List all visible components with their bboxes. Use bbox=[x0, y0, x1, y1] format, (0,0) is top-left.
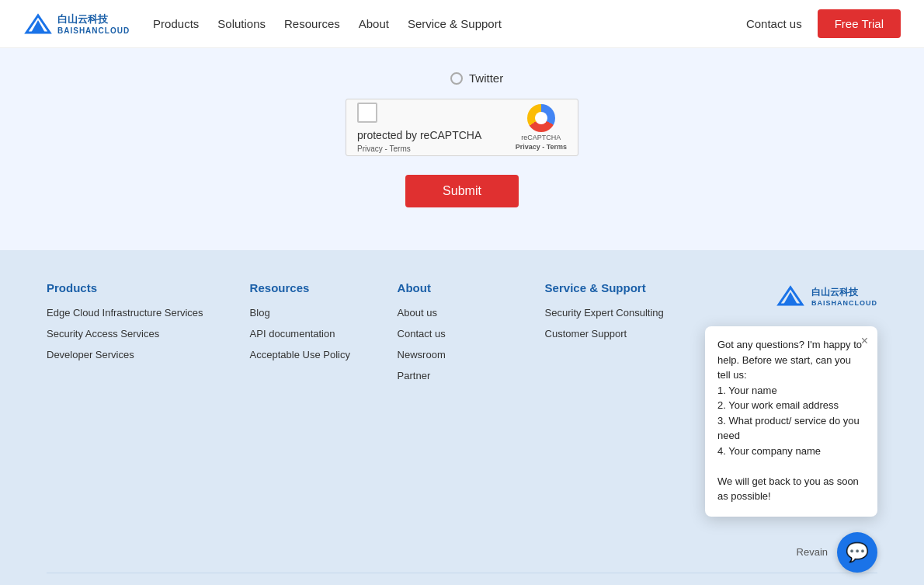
footer-products-item-1[interactable]: Security Access Services bbox=[47, 328, 203, 340]
footer-service-title: Service & Support bbox=[545, 281, 664, 294]
recaptcha-left: protected by reCAPTCHA Privacy - Terms bbox=[357, 103, 481, 153]
nav-products[interactable]: Products bbox=[153, 14, 199, 33]
revain-label: Revain bbox=[797, 546, 828, 558]
footer-products-item-2[interactable]: Developer Services bbox=[47, 349, 203, 360]
footer-about-item-0[interactable]: About us bbox=[398, 307, 498, 319]
chat-popup: × Got any questions? I'm happy to help. … bbox=[705, 326, 877, 517]
certifications-row: 可信云 TRUCS CDN内容分发网络 DJCP 🔒GDPR I bbox=[47, 573, 877, 586]
footer-resources-item-2[interactable]: Acceptable Use Policy bbox=[250, 349, 351, 360]
logo-en: BAISHANCLOUD bbox=[57, 26, 130, 35]
recaptcha-logo-inner bbox=[535, 112, 547, 124]
chat-message: Got any questions? I'm happy to help. Be… bbox=[717, 337, 865, 504]
recaptcha-checkbox[interactable] bbox=[357, 103, 377, 123]
chat-close-button[interactable]: × bbox=[861, 334, 868, 348]
footer-service-item-1[interactable]: Customer Support bbox=[545, 328, 664, 340]
footer-service-item-0[interactable]: Security Expert Consulting bbox=[545, 307, 664, 319]
footer-products-item-0[interactable]: Edge Cloud Infrastructure Services bbox=[47, 307, 203, 319]
recaptcha-logo: reCAPTCHA Privacy - Terms bbox=[516, 104, 567, 151]
recaptcha-logo-icon bbox=[527, 104, 555, 132]
footer-resources-item-1[interactable]: API documentation bbox=[250, 328, 351, 340]
navbar: 白山云科技 BAISHANCLOUD Products Solutions Re… bbox=[0, 0, 924, 48]
chat-bubble-row: Revain 💬 bbox=[797, 532, 877, 573]
twitter-row: Twitter bbox=[450, 71, 503, 85]
footer-col-service: Service & Support Security Expert Consul… bbox=[545, 281, 664, 541]
navbar-left: 白山云科技 BAISHANCLOUD Products Solutions Re… bbox=[23, 9, 502, 39]
logo-text: 白山云科技 BAISHANCLOUD bbox=[57, 12, 130, 35]
chat-icon: 💬 bbox=[846, 541, 869, 563]
footer-col-products: Products Edge Cloud Infrastructure Servi… bbox=[47, 281, 203, 541]
footer-logo-icon bbox=[776, 281, 805, 311]
recaptcha-links: Privacy - Terms bbox=[357, 145, 481, 153]
logo-icon bbox=[23, 9, 53, 39]
footer-about-item-2[interactable]: Newsroom bbox=[398, 349, 498, 360]
nav-about[interactable]: About bbox=[359, 14, 389, 33]
nav-solutions[interactable]: Solutions bbox=[217, 14, 266, 33]
recaptcha-box[interactable]: protected by reCAPTCHA Privacy - Terms r… bbox=[346, 99, 578, 156]
footer: Products Edge Cloud Infrastructure Servi… bbox=[0, 250, 924, 585]
footer-about-title: About bbox=[398, 281, 498, 294]
footer-logo-en: BAISHANCLOUD bbox=[811, 299, 877, 307]
contact-us-link[interactable]: Contact us bbox=[746, 17, 802, 30]
footer-about-item-1[interactable]: Contact us bbox=[398, 328, 498, 340]
footer-right: 白山云科技 BAISHANCLOUD × Got any questions? … bbox=[705, 281, 877, 573]
logo-cn: 白山云科技 bbox=[57, 12, 130, 26]
free-trial-button[interactable]: Free Trial bbox=[818, 9, 901, 38]
chat-bubble-button[interactable]: 💬 bbox=[837, 532, 877, 573]
twitter-label: Twitter bbox=[469, 71, 503, 85]
main-content: Twitter protected by reCAPTCHA Privacy -… bbox=[0, 48, 924, 250]
footer-about-item-3[interactable]: Partner bbox=[398, 370, 498, 381]
footer-main: Products Edge Cloud Infrastructure Servi… bbox=[47, 281, 877, 573]
submit-button[interactable]: Submit bbox=[405, 175, 519, 207]
footer-columns: Products Edge Cloud Infrastructure Servi… bbox=[47, 281, 664, 541]
nav-service-support[interactable]: Service & Support bbox=[408, 14, 502, 33]
recaptcha-brand-name: Privacy - Terms bbox=[516, 143, 567, 151]
footer-col-resources: Resources Blog API documentation Accepta… bbox=[250, 281, 351, 541]
twitter-radio[interactable] bbox=[450, 72, 463, 85]
logo[interactable]: 白山云科技 BAISHANCLOUD bbox=[23, 9, 130, 39]
footer-logo-cn: 白山云科技 bbox=[811, 286, 877, 299]
footer-products-title: Products bbox=[47, 281, 203, 294]
footer-resources-title: Resources bbox=[250, 281, 351, 294]
recaptcha-text: protected by reCAPTCHA bbox=[357, 129, 481, 141]
recaptcha-brand: reCAPTCHA bbox=[521, 134, 561, 141]
nav-resources[interactable]: Resources bbox=[284, 14, 340, 33]
navbar-right: Contact us Free Trial bbox=[746, 9, 901, 38]
footer-col-about: About About us Contact us Newsroom Partn… bbox=[398, 281, 498, 541]
footer-logo-text: 白山云科技 BAISHANCLOUD bbox=[811, 286, 877, 307]
nav-links: Products Solutions Resources About Servi… bbox=[153, 14, 502, 33]
footer-brand-logo: 白山云科技 BAISHANCLOUD bbox=[776, 281, 877, 311]
footer-resources-item-0[interactable]: Blog bbox=[250, 307, 351, 319]
